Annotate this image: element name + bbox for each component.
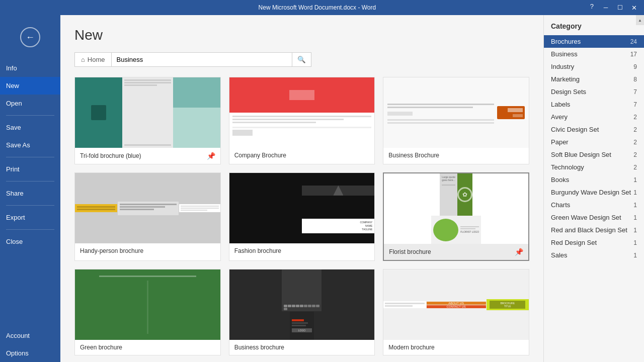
sidebar-item-account[interactable]: Account	[0, 327, 60, 344]
category-title: Category	[544, 15, 644, 35]
category-label-industry: Industry	[551, 63, 574, 70]
titlebar: New Microsoft Word Document.docx - Word …	[0, 0, 644, 15]
home-icon: ⌂	[81, 56, 85, 63]
category-count-red-black: 1	[633, 227, 637, 234]
search-input[interactable]	[111, 52, 292, 67]
template-label-florist: Florist brochure 📌	[384, 244, 528, 260]
category-panel: Category Brochures 24 Business 17 Indust…	[543, 15, 644, 362]
category-label-red-black: Red and Black Design Set	[551, 226, 627, 234]
template-label-business: Business Brochure	[383, 148, 529, 163]
category-label-green-wave: Green Wave Design Set	[551, 214, 621, 221]
category-item-books[interactable]: Books 1	[544, 173, 644, 186]
category-item-charts[interactable]: Charts 1	[544, 199, 644, 211]
category-count-burgundy-wave: 1	[633, 189, 637, 196]
template-label-company: Company Brochure	[229, 148, 375, 163]
category-label-labels: Labels	[551, 101, 570, 108]
category-scroll-up[interactable]: ▲	[636, 15, 644, 25]
template-card-orange[interactable]: ABOUT US CONTACT US BROCHURETITLE Modern…	[383, 269, 529, 355]
template-card-fashion[interactable]: COMPANYNAMETAGLINE Fashion brochure	[229, 172, 375, 261]
category-item-design-sets[interactable]: Design Sets 7	[544, 85, 644, 98]
template-thumb-fashion: COMPANYNAMETAGLINE	[229, 173, 375, 243]
template-thumb-company	[229, 77, 375, 148]
sidebar-divider-1	[6, 115, 54, 116]
category-label-technology: Technology	[551, 163, 584, 171]
template-label-trifold: Tri-fold brochure (blue) 📌	[75, 148, 220, 164]
sidebar-item-info[interactable]: Info	[0, 59, 60, 77]
home-button[interactable]: ⌂ Home	[74, 52, 111, 67]
sidebar-item-export[interactable]: Export	[0, 209, 60, 226]
category-label-books: Books	[551, 176, 569, 184]
template-card-handy[interactable]: Handy-person brochure	[74, 172, 221, 261]
template-card-green[interactable]: Green brochure	[74, 269, 221, 355]
category-count-green-wave: 1	[633, 214, 637, 221]
category-item-business[interactable]: Business 17	[544, 48, 644, 60]
category-item-avery[interactable]: Avery 2	[544, 111, 644, 123]
template-card-company[interactable]: Company Brochure	[229, 77, 375, 164]
template-card-keyboard[interactable]: LOGO Business brochure	[229, 269, 375, 355]
category-label-burgundy-wave: Burgundy Wave Design Set	[551, 189, 631, 196]
category-label-avery: Avery	[551, 113, 568, 121]
sidebar-item-save[interactable]: Save	[0, 119, 60, 136]
window-controls: ? ─ ☐ ✕	[590, 3, 640, 13]
category-item-burgundy-wave[interactable]: Burgundy Wave Design Set 1	[544, 186, 644, 199]
sidebar-item-close[interactable]: Close	[0, 233, 60, 250]
category-count-technology: 2	[633, 164, 637, 171]
template-thumb-florist: Large quotegoes here... ✿	[384, 173, 528, 244]
category-label-brochures: Brochures	[551, 38, 581, 45]
category-count-brochures: 24	[630, 38, 637, 45]
category-count-labels: 7	[633, 101, 637, 108]
category-count-charts: 1	[633, 202, 637, 209]
sidebar-divider-2	[6, 157, 54, 157]
template-card-trifold[interactable]: Tri-fold brochure (blue) 📌	[74, 77, 221, 164]
close-button[interactable]: ✕	[628, 3, 640, 13]
category-count-business: 17	[630, 51, 637, 58]
sidebar-item-new[interactable]: New	[0, 77, 60, 95]
category-item-civic-design-set[interactable]: Civic Design Set 2	[544, 123, 644, 136]
category-item-red-black[interactable]: Red and Black Design Set 1	[544, 224, 644, 236]
search-bar: ⌂ Home 🔍	[74, 52, 529, 67]
category-count-books: 1	[633, 176, 637, 184]
category-count-civic-design-set: 2	[633, 126, 637, 133]
template-thumb-business	[383, 77, 529, 148]
category-item-red-design-set[interactable]: Red Design Set 1	[544, 236, 644, 249]
restore-button[interactable]: ☐	[614, 3, 626, 13]
category-label-charts: Charts	[551, 201, 570, 209]
template-thumb-keyboard: LOGO	[229, 269, 375, 340]
template-label-keyboard: Business brochure	[229, 340, 375, 355]
template-card-business[interactable]: Business Brochure	[383, 77, 529, 164]
sidebar-item-options[interactable]: Options	[0, 344, 60, 362]
category-item-paper[interactable]: Paper 2	[544, 136, 644, 148]
category-count-soft-blue-design-set: 2	[633, 151, 637, 158]
category-count-marketing: 8	[633, 76, 637, 83]
search-icon: 🔍	[297, 56, 306, 63]
category-item-labels[interactable]: Labels 7	[544, 98, 644, 111]
home-label: Home	[88, 56, 105, 63]
category-item-technology[interactable]: Technology 2	[544, 161, 644, 173]
category-item-green-wave[interactable]: Green Wave Design Set 1	[544, 211, 644, 224]
page-title: New	[74, 27, 529, 43]
category-label-civic-design-set: Civic Design Set	[551, 126, 599, 133]
sidebar-item-save-as[interactable]: Save As	[0, 136, 60, 154]
category-count-sales: 1	[633, 252, 637, 259]
back-button[interactable]: ←	[16, 23, 44, 51]
template-thumb-trifold	[75, 77, 220, 148]
category-count-red-design-set: 1	[633, 239, 637, 246]
search-button[interactable]: 🔍	[292, 52, 311, 67]
sidebar-item-open[interactable]: Open	[0, 95, 60, 112]
template-card-florist[interactable]: Large quotegoes here... ✿	[383, 172, 529, 261]
category-item-sales[interactable]: Sales 1	[544, 249, 644, 261]
pin-icon-florist: 📌	[515, 248, 523, 256]
sidebar-item-print[interactable]: Print	[0, 160, 60, 178]
sidebar-divider-3	[6, 181, 54, 182]
category-count-paper: 2	[633, 139, 637, 146]
category-item-brochures[interactable]: Brochures 24	[544, 35, 644, 48]
template-thumb-green	[75, 269, 220, 340]
minimize-button[interactable]: ─	[600, 3, 612, 13]
category-label-soft-blue-design-set: Soft Blue Design Set	[551, 151, 611, 158]
category-item-marketing[interactable]: Marketing 8	[544, 73, 644, 85]
category-item-soft-blue-design-set[interactable]: Soft Blue Design Set 2	[544, 148, 644, 161]
content-area: Sign in New ⌂ Home 🔍	[60, 15, 644, 362]
category-item-industry[interactable]: Industry 9	[544, 60, 644, 73]
sidebar-divider-5	[6, 229, 54, 230]
sidebar-item-share[interactable]: Share	[0, 185, 60, 202]
